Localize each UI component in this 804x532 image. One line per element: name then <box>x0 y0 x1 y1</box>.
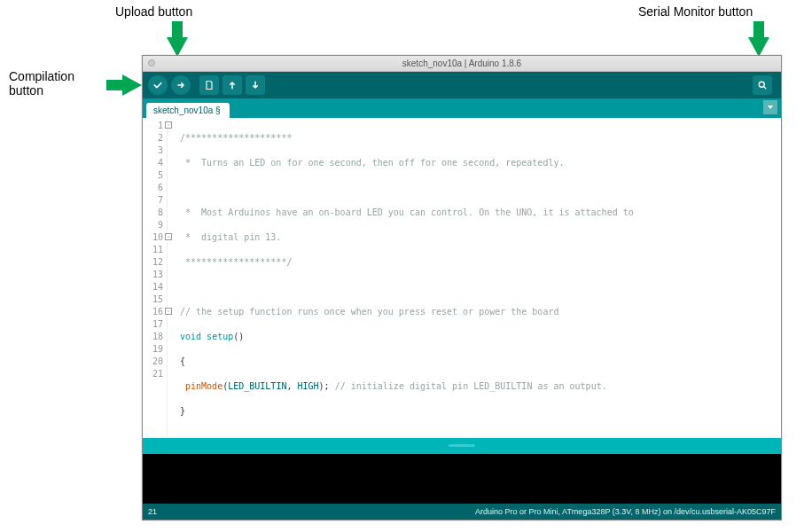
status-board: Arduino Pro or Pro Mini, ATmega328P (3.3… <box>475 507 776 516</box>
statusbar: 21 Arduino Pro or Pro Mini, ATmega328P (… <box>143 504 781 520</box>
window-close-dot[interactable] <box>148 59 155 66</box>
status-line: 21 <box>148 507 157 516</box>
console <box>143 454 781 504</box>
serial-arrow <box>748 37 769 57</box>
tab-sketch[interactable]: sketch_nov10a § <box>146 103 230 118</box>
gutter: 1- 2345 6789 10- 1112131415 16- 17181920… <box>143 118 168 438</box>
code-area[interactable]: /******************** * Turns an LED on … <box>168 118 781 438</box>
compile-label: Compilationbutton <box>9 69 74 98</box>
upload-button[interactable] <box>171 75 191 95</box>
message-bar[interactable] <box>143 438 781 454</box>
serial-label: Serial Monitor button <box>638 4 753 19</box>
open-button[interactable] <box>222 75 242 95</box>
code-editor[interactable]: 1- 2345 6789 10- 1112131415 16- 17181920… <box>143 118 781 438</box>
titlebar: sketch_nov10a | Arduino 1.8.6 <box>143 56 781 72</box>
tabbar: sketch_nov10a § <box>143 98 781 118</box>
compile-arrow <box>122 74 142 96</box>
tab-dropdown-button[interactable] <box>763 100 777 114</box>
upload-label: Upload button <box>115 4 192 19</box>
save-button[interactable] <box>246 75 265 95</box>
serial-monitor-button[interactable] <box>753 75 772 95</box>
window-title: sketch_nov10a | Arduino 1.8.6 <box>402 59 521 68</box>
arduino-window: sketch_nov10a | Arduino 1.8.6 sketch_nov… <box>142 55 782 520</box>
verify-button[interactable] <box>148 75 168 95</box>
new-button[interactable] <box>199 75 219 95</box>
upload-arrow <box>167 37 188 57</box>
toolbar <box>143 72 781 98</box>
